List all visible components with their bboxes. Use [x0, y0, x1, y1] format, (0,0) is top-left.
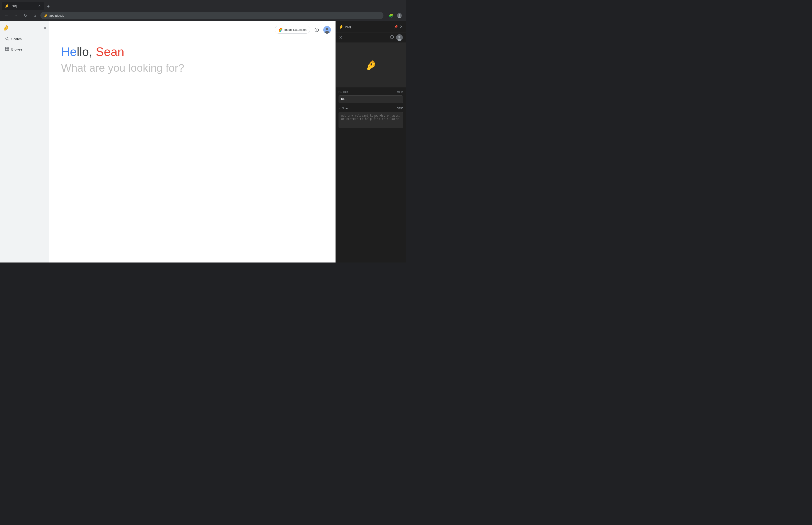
panel-title: Pluq: [345, 25, 392, 28]
main-content: 🌈 Install Extension i Hello, Sean What a…: [49, 21, 336, 262]
home-button[interactable]: ⌂: [31, 12, 39, 19]
install-ext-icon: 🌈: [278, 28, 283, 32]
greeting-section: Hello, Sean What are you looking for?: [61, 45, 324, 74]
panel-form: H₁ Title 4/144 ≡ Note 0/256: [336, 87, 406, 262]
sidebar-item-browse[interactable]: Browse: [3, 45, 46, 54]
note-field-count: 0/256: [397, 107, 403, 110]
panel-inner-header: ✕ i: [336, 32, 406, 43]
new-tab-button[interactable]: +: [45, 3, 52, 10]
svg-text:i: i: [392, 36, 393, 39]
hello-heading: Hello, Sean: [61, 45, 324, 59]
sidebar-search-label: Search: [11, 37, 21, 41]
title-input[interactable]: [339, 95, 403, 103]
forward-button[interactable]: →: [12, 12, 20, 19]
panel-header: 🤌 Pluq 📌 ✕: [336, 21, 406, 32]
main-topbar: 🌈 Install Extension i: [275, 26, 331, 34]
note-field-label: Note: [342, 107, 395, 110]
sidebar-item-search[interactable]: Search: [3, 35, 46, 43]
hello-he: He: [61, 45, 77, 59]
profile-button[interactable]: [396, 12, 403, 19]
info-button[interactable]: i: [313, 26, 321, 34]
note-field: ≡ Note 0/256: [339, 106, 403, 129]
panel-user-avatar[interactable]: [396, 34, 403, 41]
title-field-header: H₁ Title 4/144: [339, 90, 403, 93]
sidebar-logo-row: 🤌 ✕: [3, 25, 46, 31]
panel-pin-button[interactable]: 📌: [394, 25, 398, 28]
svg-text:i: i: [316, 28, 317, 31]
panel-info-button[interactable]: i: [390, 35, 394, 40]
panel-favicon: 🤌: [339, 25, 343, 29]
title-field-count: 4/144: [397, 90, 403, 93]
svg-rect-6: [7, 47, 9, 49]
address-favicon: 🤌: [44, 14, 47, 17]
title-field-label: Title: [343, 90, 395, 93]
user-avatar[interactable]: [323, 26, 331, 34]
logo-icon: 🤌: [3, 25, 9, 31]
panel-close-button[interactable]: ✕: [400, 25, 403, 29]
back-button[interactable]: ←: [3, 12, 10, 19]
sidebar: 🤌 ✕ Search Browse: [0, 21, 49, 262]
extensions-button[interactable]: 🧩: [387, 12, 395, 19]
tab-favicon: 🤌: [5, 4, 9, 8]
main-layout: 🤌 ✕ Search Browse 🌈 Install Extension i: [0, 21, 406, 262]
note-field-icon: ≡: [339, 106, 340, 110]
panel-logo-icon: 🤌: [365, 60, 377, 71]
install-ext-label: Install Extension: [284, 28, 307, 31]
svg-point-20: [398, 39, 401, 41]
address-text: app.pluq.io: [49, 14, 64, 17]
title-field-icon: H₁: [339, 90, 341, 93]
panel-preview: 🤌: [336, 43, 406, 87]
panel-inner-close-button[interactable]: ✕: [339, 35, 390, 40]
sidebar-close-button[interactable]: ✕: [43, 26, 46, 30]
browser-actions: 🧩: [387, 12, 403, 19]
svg-rect-8: [7, 49, 9, 50]
svg-point-12: [326, 28, 328, 30]
sidebar-browse-label: Browse: [11, 47, 22, 51]
tab-close-button[interactable]: ✕: [37, 4, 41, 8]
tab-label: Pluq: [11, 4, 17, 8]
note-textarea[interactable]: [339, 112, 403, 128]
browser-tab-bar: 🤌 Pluq ✕ +: [0, 0, 406, 10]
what-text: What are you looking for?: [61, 62, 324, 74]
note-field-header: ≡ Note 0/256: [339, 106, 403, 110]
hello-llo: llo,: [77, 45, 92, 59]
svg-line-4: [8, 39, 9, 40]
browser-nav: ← → ↻ ⌂ 🤌 app.pluq.io 🧩: [0, 10, 406, 21]
reload-button[interactable]: ↻: [21, 12, 29, 19]
hello-sean: Sean: [92, 45, 124, 59]
svg-rect-5: [5, 47, 7, 49]
svg-rect-7: [5, 49, 7, 50]
address-bar[interactable]: 🤌 app.pluq.io: [41, 12, 383, 19]
svg-point-19: [398, 36, 401, 38]
side-panel: 🤌 Pluq 📌 ✕ ✕ i 🤌 H₁ Title: [336, 21, 406, 262]
install-extension-button[interactable]: 🌈 Install Extension: [275, 26, 310, 34]
search-icon: [5, 37, 9, 41]
title-field: H₁ Title 4/144: [339, 90, 403, 103]
active-tab[interactable]: 🤌 Pluq ✕: [2, 2, 44, 10]
browse-icon: [5, 47, 9, 52]
svg-point-1: [399, 14, 400, 16]
